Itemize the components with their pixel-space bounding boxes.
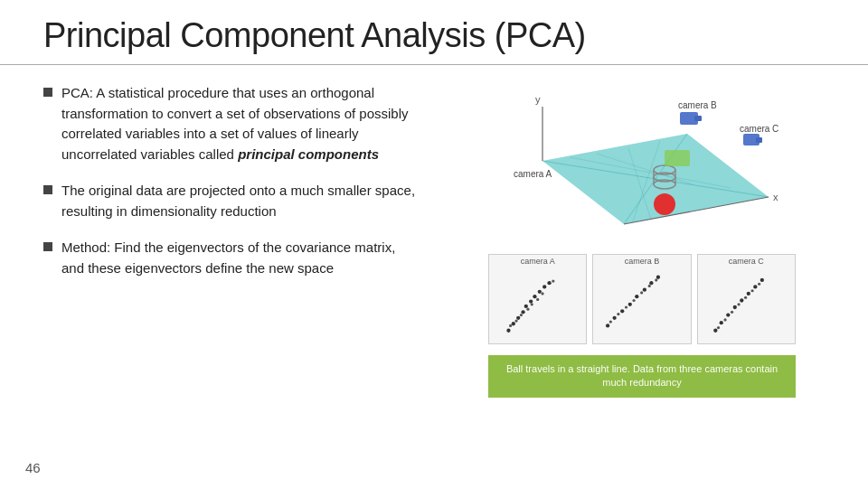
svg-point-45: [620, 309, 624, 313]
svg-point-66: [717, 326, 720, 329]
svg-point-53: [625, 305, 627, 308]
diagram-bottom: camera A: [488, 254, 796, 344]
diagram-top: x y camera A camera B camera C: [488, 80, 796, 247]
svg-point-43: [606, 324, 609, 327]
svg-point-71: [750, 289, 753, 292]
right-column: x y camera A camera B camera C: [434, 76, 868, 479]
svg-point-56: [648, 285, 651, 287]
svg-point-67: [723, 318, 726, 321]
svg-point-68: [731, 311, 733, 314]
left-column: PCA: A statistical procedure that uses a…: [0, 76, 434, 479]
svg-text:camera C: camera C: [740, 124, 778, 134]
scatter-label-camera-b: camera B: [625, 255, 660, 266]
svg-point-39: [552, 279, 554, 282]
caption-box: Ball travels in a straight line. Data fr…: [488, 355, 796, 398]
svg-text:camera B: camera B: [678, 100, 717, 110]
svg-point-38: [541, 292, 543, 295]
svg-point-42: [536, 298, 539, 301]
bullet-item-1: PCA: A statistical procedure that uses a…: [43, 83, 416, 164]
scatter-panel-camera-c: camera C: [697, 254, 796, 344]
svg-point-31: [533, 295, 536, 298]
scatter-panel-camera-b: camera B: [592, 254, 691, 344]
svg-point-44: [613, 316, 617, 320]
svg-point-27: [516, 316, 520, 320]
bullet-square-3: [43, 242, 52, 251]
svg-point-55: [640, 291, 643, 294]
scatter-canvas-camera-b: [593, 266, 690, 347]
svg-point-58: [713, 329, 717, 333]
svg-rect-24: [665, 150, 690, 166]
svg-point-50: [656, 276, 660, 279]
scatter-label-camera-a: camera A: [521, 255, 555, 266]
svg-point-40: [514, 319, 517, 322]
bullet-item-2: The original data are projected onto a m…: [43, 181, 416, 221]
svg-text:y: y: [535, 94, 541, 105]
scatter-canvas-camera-c: [698, 266, 795, 347]
svg-text:camera A: camera A: [514, 169, 552, 179]
svg-point-37: [531, 303, 533, 305]
bullet-text-1: PCA: A statistical procedure that uses a…: [61, 83, 416, 164]
scatter-label-camera-c: camera C: [729, 255, 764, 266]
scatter-canvas-camera-a: [489, 266, 586, 347]
svg-point-64: [753, 285, 757, 288]
svg-rect-16: [694, 116, 702, 121]
svg-point-61: [732, 305, 736, 309]
svg-point-47: [635, 295, 638, 298]
svg-point-62: [740, 298, 743, 302]
slide-title: Principal Component Analysis (PCA): [43, 16, 825, 55]
svg-point-26: [512, 322, 515, 325]
bullet-item-3: Method: Find the eigenvectors of the cov…: [43, 238, 416, 278]
svg-point-70: [744, 296, 747, 299]
svg-point-57: [655, 278, 657, 281]
title-area: Principal Component Analysis (PCA): [0, 0, 868, 65]
svg-point-35: [509, 324, 512, 327]
svg-point-51: [609, 320, 612, 323]
content-area: PCA: A statistical procedure that uses a…: [0, 65, 868, 479]
svg-point-33: [542, 285, 546, 288]
svg-point-48: [643, 288, 646, 292]
svg-point-72: [758, 283, 760, 286]
svg-point-49: [650, 281, 654, 285]
svg-text:x: x: [773, 192, 778, 202]
bullet-text-2: The original data are projected onto a m…: [61, 181, 416, 221]
svg-point-52: [618, 313, 620, 315]
svg-point-63: [746, 292, 750, 296]
svg-point-32: [538, 290, 542, 294]
bullet-square-1: [43, 88, 52, 97]
svg-point-29: [524, 305, 528, 308]
svg-point-54: [633, 299, 636, 302]
svg-point-46: [628, 303, 632, 306]
svg-point-30: [529, 299, 533, 303]
svg-point-34: [547, 281, 551, 285]
svg-point-41: [526, 308, 529, 311]
svg-point-60: [726, 313, 730, 316]
slide-number: 46: [25, 460, 41, 475]
svg-point-25: [506, 329, 510, 333]
bullet-text-3: Method: Find the eigenvectors of the cov…: [61, 238, 416, 278]
bullet-square-2: [43, 185, 52, 194]
svg-point-59: [719, 321, 722, 324]
svg-point-65: [760, 278, 763, 282]
svg-point-36: [520, 314, 523, 316]
svg-point-69: [737, 303, 740, 305]
svg-point-28: [521, 310, 524, 314]
svg-rect-18: [756, 137, 762, 143]
svg-point-14: [654, 193, 675, 215]
scatter-panel-camera-a: camera A: [488, 254, 587, 344]
slide: Principal Component Analysis (PCA) PCA: …: [0, 0, 868, 488]
